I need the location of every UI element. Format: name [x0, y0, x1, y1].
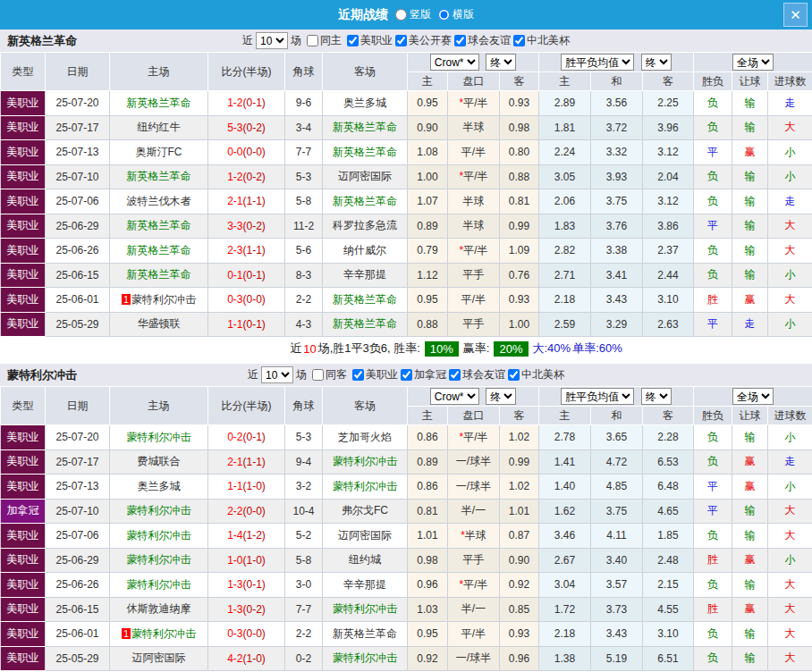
goals-result-cell: 大	[768, 239, 812, 264]
avg-away-cell: 6.48	[643, 475, 694, 500]
col-away: 客场	[323, 53, 408, 91]
league-type-cell: 美职业	[1, 91, 46, 116]
score-cell: 0-1(0-1)	[208, 263, 285, 288]
odds-source-select[interactable]: Crow*	[430, 54, 479, 71]
result-cell: 负	[694, 449, 732, 475]
handicap-cell: 平/半	[448, 288, 500, 313]
big-rate-text: 大:40%	[533, 340, 571, 357]
avg-draw-cell: 5.19	[591, 646, 643, 671]
handicap-name: 一/球半	[456, 651, 491, 664]
handicap-name: 半/一	[461, 602, 486, 615]
close-button[interactable]: ✕	[783, 3, 808, 27]
home-team-name: 蒙特利尔冲击	[127, 553, 191, 566]
match-row: 美职业 25-06-15 休斯敦迪纳摩 1-3(0-2) 7-7 蒙特利尔冲击 …	[1, 597, 812, 622]
league-filter[interactable]: 中北美杯	[513, 33, 570, 48]
dialog-titlebar: 近期战绩 竖版 横版 ✕	[0, 0, 812, 29]
same-side-filter[interactable]: 同客	[312, 367, 347, 382]
league-checkbox[interactable]	[449, 369, 461, 381]
away-team-name: 芝加哥火焰	[338, 431, 392, 443]
handicap-name: 平/半	[463, 170, 487, 182]
league-label: 中北美杯	[521, 367, 564, 382]
match-date: 25-05-29	[46, 646, 110, 671]
league-checkbox[interactable]	[513, 35, 525, 46]
avg-time-select[interactable]: 终	[641, 388, 672, 405]
odds-source-select[interactable]: Crow*	[430, 388, 479, 405]
league-checkbox[interactable]	[395, 35, 407, 46]
handicap-name: 平手	[463, 268, 485, 281]
league-checkbox[interactable]	[508, 369, 520, 381]
match-row: 美职业 25-05-29 迈阿密国际 4-2(1-0) 0-2 蒙特利尔冲击 0…	[1, 646, 812, 671]
league-filter[interactable]: 美职业	[352, 367, 398, 382]
odds-time-select[interactable]: 终	[486, 388, 516, 405]
league-checkbox[interactable]	[454, 35, 466, 46]
away-odds-cell: 0.92	[500, 573, 539, 598]
scope-select[interactable]: 全场	[732, 388, 774, 405]
layout-radio-horizontal[interactable]: 横版	[438, 7, 474, 22]
league-filter[interactable]: 美职业	[347, 33, 393, 48]
layout-radio-vertical[interactable]: 竖版	[395, 7, 431, 22]
avg-away-cell: 6.53	[643, 449, 694, 475]
result-cell: 胜	[694, 548, 732, 573]
league-filter[interactable]: 加拿冠	[401, 367, 446, 382]
match-row: 美职业 25-06-29 新英格兰革命 3-3(0-2) 11-2 科罗拉多急流…	[1, 214, 812, 239]
league-checkbox[interactable]	[401, 369, 412, 381]
near-count-select[interactable]: 10	[261, 366, 293, 383]
handicap-result-cell: 输	[732, 189, 768, 214]
league-checkbox[interactable]	[347, 35, 359, 46]
avg-odds-select[interactable]: 胜平负均值	[561, 54, 634, 71]
away-odds-cell: 0.76	[500, 263, 539, 288]
league-type-cell: 美职业	[1, 189, 46, 214]
vertical-radio[interactable]	[395, 9, 407, 21]
score-cell: 2-2(0-0)	[208, 499, 285, 524]
away-team-name: 蒙特利尔冲击	[333, 602, 397, 615]
match-row: 美职业 25-06-15 新英格兰革命 0-1(0-1) 8-3 辛辛那提 1.…	[1, 263, 812, 288]
avg-away-cell: 2.25	[643, 91, 694, 116]
same-side-checkbox[interactable]	[307, 35, 318, 46]
home-team-cell: 1蒙特利尔冲击	[110, 622, 208, 647]
away-odds-cell: 1.01	[500, 499, 539, 524]
handicap-name: 平/半	[463, 244, 487, 256]
league-filter[interactable]: 美公开赛	[395, 33, 452, 48]
league-filter[interactable]: 球会友谊	[449, 367, 505, 382]
home-team-cell: 休斯敦迪纳摩	[110, 597, 208, 622]
goals-result-cell: 小	[768, 312, 812, 337]
handicap-cell: 平/半	[448, 622, 500, 647]
home-team-name: 费城联合	[138, 455, 181, 467]
near-count-select[interactable]: 10	[256, 32, 288, 49]
avg-away-cell: 3.96	[643, 115, 694, 140]
score-cell: 1-2(0-1)	[208, 91, 285, 116]
handicap-result-cell: 输	[732, 524, 768, 549]
away-odds-cell: 1.00	[500, 312, 539, 337]
scope-select[interactable]: 全场	[732, 54, 774, 71]
avg-away-cell: 2.04	[643, 164, 694, 189]
avg-away-cell: 2.44	[643, 263, 694, 288]
avg-odds-select[interactable]: 胜平负均值	[561, 388, 634, 405]
away-team-name: 新英格兰革命	[333, 146, 397, 158]
same-side-filter[interactable]: 同主	[307, 33, 342, 48]
handicap-cell: 平手	[448, 312, 500, 337]
league-type-cell: 美职业	[1, 288, 46, 313]
home-team-cell: 蒙特利尔冲击	[110, 548, 208, 573]
league-filter[interactable]: 球会友谊	[454, 33, 511, 48]
goals-result-cell: 走	[768, 189, 812, 214]
match-date: 25-06-26	[46, 573, 110, 598]
handicap-cell: 半球	[448, 189, 500, 214]
same-side-checkbox[interactable]	[312, 369, 324, 381]
away-team-name: 蒙特利尔冲击	[333, 651, 397, 664]
handicap-rate-label: 赢率:	[463, 340, 490, 357]
away-team-cell: 辛辛那提	[323, 263, 408, 288]
col-corners: 角球	[285, 387, 323, 425]
full-score: 1-2	[227, 171, 242, 183]
horizontal-radio[interactable]	[438, 9, 450, 21]
odds-time-select[interactable]: 终	[486, 54, 516, 71]
avg-time-select[interactable]: 终	[641, 54, 672, 71]
league-checkbox[interactable]	[352, 369, 364, 381]
corners-cell: 5-2	[285, 524, 323, 549]
match-row: 美职业 25-07-10 新英格兰革命 1-2(0-2) 5-3 迈阿密国际 1…	[1, 164, 812, 189]
league-type-cell: 美职业	[1, 475, 46, 500]
score-cell: 1-3(0-1)	[208, 573, 285, 598]
handicap-result-cell: 赢	[732, 288, 768, 313]
league-filter[interactable]: 中北美杯	[508, 367, 564, 382]
match-date: 25-06-01	[46, 288, 110, 313]
avg-draw-cell: 3.29	[591, 312, 643, 337]
